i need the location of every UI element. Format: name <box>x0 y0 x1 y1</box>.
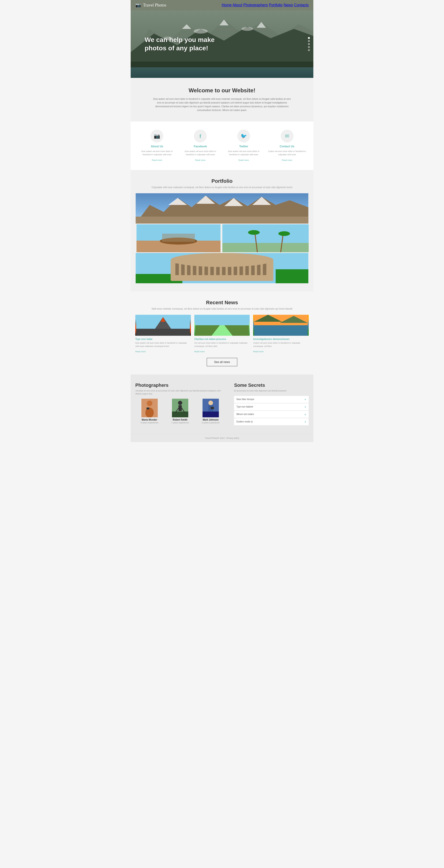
svg-rect-46 <box>263 264 266 275</box>
hero-dot-1[interactable] <box>308 37 310 39</box>
accordion: Nam liber tempor + Typi non habent + Mir… <box>234 396 309 425</box>
svg-point-9 <box>241 27 253 31</box>
facebook-icon-circle: f <box>194 130 207 143</box>
photographers-heading: Photographers <box>135 382 225 388</box>
svg-rect-32 <box>181 264 185 275</box>
hero-dots <box>308 37 310 51</box>
photographer-exp-3: 5 years experience <box>197 422 225 424</box>
news-thumb-2 <box>194 315 250 336</box>
svg-rect-31 <box>175 264 179 275</box>
svg-rect-74 <box>211 407 214 409</box>
accordion-item-1[interactable]: Nam liber tempor + <box>234 396 309 403</box>
hero-dot-4[interactable] <box>308 46 310 48</box>
news-grid: Typi non habe Duis autem vel eum iriure … <box>135 315 309 353</box>
news-body-1: Duis autem vel eum iriure dolor in hendr… <box>135 342 191 348</box>
feature-twitter: 🐦 Twitter Duis autem vel eum iriure dolo… <box>225 130 263 162</box>
news-body-3: Culem vel eum iriure dolor in hendrerit … <box>253 342 309 348</box>
photographers-subtitle: Vitusdas at vero eros et accumsan et ius… <box>135 389 225 395</box>
hero-dot-2[interactable] <box>308 40 310 42</box>
welcome-heading: Welcome to our Website! <box>149 87 295 94</box>
secrets-subtitle: Et accumsan et iusto odio dignissim qui … <box>234 389 309 392</box>
accordion-item-4[interactable]: Eodem modo ty + <box>234 418 309 425</box>
navbar: 📷 Travel Photos Home About Photographers… <box>131 0 313 10</box>
nav-news[interactable]: News <box>284 3 293 7</box>
feature-about-link[interactable]: Read more <box>152 159 162 161</box>
photographer-name-1: Marta Wonder <box>135 418 164 421</box>
see-all-button[interactable]: See all news <box>207 358 237 366</box>
about-us-icon-circle: 📷 <box>150 130 163 143</box>
footer-privacy-link[interactable]: Privacy policy <box>226 437 239 439</box>
hero-section: We can help you make photos of any place… <box>131 10 313 78</box>
secrets-heading: Some Secrets <box>234 382 309 388</box>
news-item-3: Investigationes demonstraver Culem vel e… <box>253 315 309 353</box>
photographer-exp-2: 7 years experience <box>166 422 194 424</box>
accordion-item-3[interactable]: Mirum est notare + <box>234 411 309 418</box>
accordion-label-1: Nam liber tempor <box>236 398 254 401</box>
news-title-3: Investigationes demonstraver <box>253 338 309 340</box>
secrets-column: Some Secrets Et accumsan et iusto odio d… <box>234 382 309 426</box>
photographer-photo-1 <box>141 399 158 417</box>
svg-point-61 <box>147 401 152 406</box>
nav-links: Home About Photographers Portfolio News … <box>221 3 309 7</box>
feature-contact-body: Cutem vel eum iriure dolor in hendrerit … <box>268 150 306 156</box>
hero-dot-5[interactable] <box>308 49 310 51</box>
photographers-column: Photographers Vitusdas at vero eros et a… <box>135 382 225 426</box>
welcome-section: Welcome to our Website! Duis autem vel e… <box>131 78 313 121</box>
svg-rect-52 <box>136 329 190 336</box>
photographer-photo-2 <box>172 399 188 417</box>
portfolio-section: Portfolio Culpudate velit esse malesete … <box>131 170 313 291</box>
nav-home[interactable]: Home <box>221 3 232 7</box>
portfolio-row-3 <box>135 253 309 283</box>
news-readmore-1[interactable]: Read more <box>135 350 146 353</box>
portfolio-colosseum-img[interactable] <box>135 253 309 283</box>
nav-about[interactable]: About <box>233 3 242 7</box>
news-item-1: Typi non habe Duis autem vel eum iriure … <box>135 315 191 353</box>
logo-text: Travel Photos <box>143 3 166 8</box>
svg-point-47 <box>171 253 273 267</box>
feature-twitter-title: Twitter <box>225 145 263 148</box>
twitter-icon-circle: 🐦 <box>237 130 250 143</box>
accordion-label-3: Mirum est notare <box>236 413 254 415</box>
svg-point-25 <box>248 230 260 235</box>
portfolio-palms-img[interactable] <box>223 224 309 252</box>
mail-feature-icon: ✉ <box>285 133 289 139</box>
nav-contacts[interactable]: Contacts <box>294 3 309 7</box>
accordion-item-2[interactable]: Typi non habent + <box>234 403 309 410</box>
news-readmore-2[interactable]: Read more <box>194 350 205 353</box>
portfolio-heading: Portfolio <box>135 178 309 184</box>
nav-portfolio[interactable]: Portfolio <box>269 3 283 7</box>
nav-photographers[interactable]: Photographers <box>243 3 268 7</box>
feature-facebook-body: Duis autem vel eum iriure dolor in hendr… <box>181 150 219 156</box>
news-item-2: Claritas est etiam process Xm vel eum ir… <box>194 315 250 353</box>
feature-about-body: Duis autem vel eum iriure dolor in hendr… <box>138 150 176 156</box>
photographer-2: Robert Smith 7 years experience <box>166 399 194 424</box>
svg-rect-45 <box>257 264 261 275</box>
photographer-1: Marta Wonder 5 years experience <box>135 399 164 424</box>
portfolio-images <box>135 193 309 283</box>
feature-contact-link[interactable]: Read more <box>282 159 292 161</box>
bottom-section: Photographers Vitusdas at vero eros et a… <box>131 374 313 434</box>
news-readmore-3[interactable]: Read more <box>253 350 264 353</box>
feature-facebook-link[interactable]: Read more <box>195 159 206 161</box>
news-section: Recent News Nelit esse molestie consequa… <box>131 291 313 374</box>
footer: Travel Photos© 2013 · Privacy policy <box>131 434 313 442</box>
news-title-2: Claritas est etiam process <box>194 338 250 340</box>
feature-about-us: 📷 About Us Duis autem vel eum iriure dol… <box>138 130 176 162</box>
news-thumb-3 <box>253 315 309 336</box>
news-thumb-1 <box>135 315 191 336</box>
feature-twitter-link[interactable]: Read more <box>238 159 249 161</box>
twitter-feature-icon: 🐦 <box>241 133 247 139</box>
accordion-label-4: Eodem modo ty <box>236 421 253 423</box>
features-section: 📷 About Us Duis autem vel eum iriure dol… <box>131 121 313 170</box>
news-title-1: Typi non habe <box>135 338 191 340</box>
hero-dot-3[interactable] <box>308 43 310 45</box>
portfolio-mountains-img[interactable] <box>135 193 309 224</box>
svg-rect-71 <box>203 411 219 417</box>
portfolio-subtitle: Culpudate velit esse malesete consequat,… <box>135 186 309 189</box>
feature-contact: ✉ Contact Us Cutem vel eum iriure dolor … <box>268 130 306 162</box>
photographer-list: Marta Wonder 5 years experience Robert <box>135 399 225 424</box>
portfolio-beach-boat-img[interactable] <box>135 224 221 252</box>
news-heading: Recent News <box>135 300 309 306</box>
svg-rect-23 <box>223 243 309 252</box>
feature-contact-title: Contact Us <box>268 145 306 148</box>
